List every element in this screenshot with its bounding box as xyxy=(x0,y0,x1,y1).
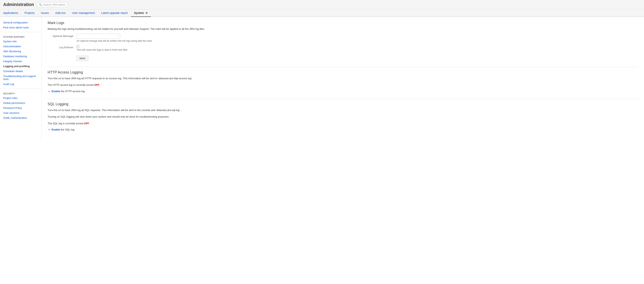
sidebar-link-instrumentation[interactable]: Instrumentation xyxy=(0,44,42,49)
tab-upgrade[interactable]: Latest upgrade report xyxy=(98,9,131,17)
sidebar-link-integrity-checker[interactable]: Integrity checker xyxy=(0,59,42,64)
http-access-status-suffix: . xyxy=(100,83,100,86)
log-rollover-row: Log Rollover This will cause the logs to… xyxy=(48,45,638,51)
http-access-enable-link[interactable]: Enable xyxy=(52,90,60,93)
sql-logging-section: SQL Logging Turn this on to have JIRA lo… xyxy=(48,99,638,131)
optional-message-row: Optional Message An optional messge that… xyxy=(48,34,638,42)
sidebar: General configuration Find more admin to… xyxy=(0,17,42,141)
http-access-enable-text: the HTTP access log. xyxy=(60,90,86,93)
sidebar-link-scheduler-details[interactable]: Scheduler details xyxy=(0,69,42,74)
sql-logging-status-line: The SQL log is currently turned OFF. xyxy=(48,122,638,126)
http-access-enable-list: Enable the HTTP access log. xyxy=(48,90,638,93)
sql-logging-title: SQL Logging xyxy=(48,102,638,106)
mark-button-row: Mark xyxy=(48,54,638,61)
log-rollover-checkbox-row xyxy=(76,45,638,48)
sidebar-divider-1 xyxy=(0,32,42,32)
sidebar-link-audit-log[interactable]: Audit Log xyxy=(0,82,42,87)
tab-usermgmt[interactable]: User management xyxy=(69,9,98,17)
optional-message-hint: An optional messge that will be written … xyxy=(76,40,638,42)
sql-status-suffix: . xyxy=(89,122,90,125)
page-title: Administration xyxy=(3,2,34,7)
tab-issues[interactable]: Issues xyxy=(38,9,52,17)
mark-button-field: Mark xyxy=(76,54,638,61)
sidebar-section-system-support: SYSTEM SUPPORT xyxy=(0,34,42,39)
mark-logs-description: Marking the logs during troubleshooting … xyxy=(48,27,638,31)
tab-applications[interactable]: Applications xyxy=(0,9,22,17)
search-box[interactable]: 🔍 Search JIRA admin xyxy=(37,2,67,7)
log-rollover-label: Log Rollover xyxy=(48,45,74,49)
sidebar-link-db-monitoring[interactable]: Database monitoring xyxy=(0,54,42,59)
http-access-status-prefix: The HTTP access log is currently turned xyxy=(48,83,94,86)
tab-projects[interactable]: Projects xyxy=(22,9,38,17)
sql-status-prefix: The SQL log is currently turned xyxy=(48,122,84,125)
sidebar-link-jmx-monitoring[interactable]: JMX Monitoring xyxy=(0,49,42,54)
sql-status-value: OFF xyxy=(84,122,89,125)
search-icon: 🔍 xyxy=(39,3,42,6)
mark-button-spacer xyxy=(48,54,74,55)
optional-message-input[interactable] xyxy=(76,34,120,39)
sidebar-link-user-sessions[interactable]: User sessions xyxy=(0,110,42,115)
main-content: Mark Logs Marking the logs during troubl… xyxy=(42,17,644,141)
optional-message-label: Optional Message xyxy=(48,34,74,38)
sql-enable-item: Enable the SQL log. xyxy=(52,128,638,131)
sidebar-divider-2 xyxy=(0,89,42,89)
sql-enable-list: Enable the SQL log. xyxy=(48,128,638,131)
http-access-logging-title: HTTP Access Logging xyxy=(48,70,638,75)
mark-button[interactable]: Mark xyxy=(76,56,88,61)
mark-logs-title: Mark Logs xyxy=(48,21,638,25)
sql-logging-desc2: Turning on SQL logging will slow down yo… xyxy=(48,115,638,119)
http-access-status-value: OFF xyxy=(94,83,100,86)
log-rollover-field: This will cause the logs to start in fre… xyxy=(76,45,638,51)
sidebar-link-system-info[interactable]: System info xyxy=(0,39,42,44)
http-access-logging-desc1: Turn this on to have JIRA log all HTTP r… xyxy=(48,77,638,80)
tab-addons[interactable]: Add-ons xyxy=(52,9,69,17)
mark-logs-section: Mark Logs Marking the logs during troubl… xyxy=(48,21,638,61)
optional-message-field: An optional messge that will be written … xyxy=(76,34,638,42)
sidebar-link-password-policy[interactable]: Password Policy xyxy=(0,105,42,110)
sidebar-link-saml-auth[interactable]: SAML Authentication xyxy=(0,115,42,120)
sidebar-link-find-admin-tools[interactable]: Find more admin tools xyxy=(0,25,42,30)
sidebar-link-global-permissions[interactable]: Global permissions xyxy=(0,101,42,105)
http-access-logging-status-line: The HTTP access log is currently turned … xyxy=(48,83,638,87)
sidebar-section-security: SECURITY xyxy=(0,91,42,96)
active-tab-indicator xyxy=(146,13,148,14)
sql-logging-desc1: Turn this on to have JIRA log all SQL re… xyxy=(48,108,638,112)
sidebar-link-troubleshooting[interactable]: Troubleshooting and support tools xyxy=(0,74,42,82)
sidebar-link-logging-profiling[interactable]: Logging and profiling xyxy=(0,64,42,69)
sidebar-link-general-config[interactable]: General configuration xyxy=(0,20,42,25)
http-access-enable-item: Enable the HTTP access log. xyxy=(52,90,638,93)
search-placeholder: Search JIRA admin xyxy=(43,3,65,6)
log-rollover-checkbox[interactable] xyxy=(76,45,79,48)
http-access-logging-section: HTTP Access Logging Turn this on to have… xyxy=(48,67,638,93)
top-header: Administration 🔍 Search JIRA admin xyxy=(0,0,644,9)
tab-system[interactable]: System xyxy=(131,9,151,17)
sql-enable-link[interactable]: Enable xyxy=(52,128,60,131)
sql-enable-text: the SQL log. xyxy=(60,128,75,131)
nav-tabs: Applications Projects Issues Add-ons Use… xyxy=(0,9,644,17)
log-rollover-hint: This will cause the logs to start in fre… xyxy=(76,49,638,51)
main-layout: General configuration Find more admin to… xyxy=(0,17,644,141)
sidebar-link-project-roles[interactable]: Project roles xyxy=(0,96,42,101)
